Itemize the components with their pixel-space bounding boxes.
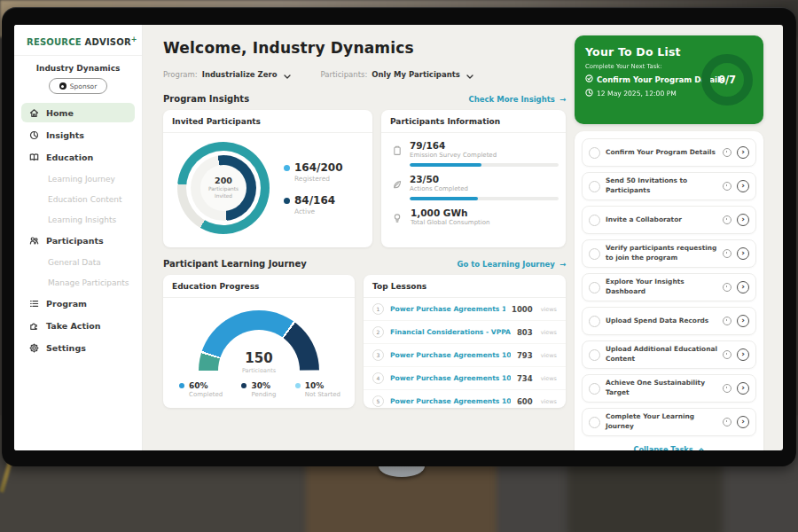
completed-dot: [179, 383, 184, 388]
program-filter-dropdown[interactable]: Program: Industrialize Zero: [163, 66, 291, 82]
clock-icon: [585, 89, 593, 98]
registered-dot: [284, 165, 290, 171]
lesson-rank: 3: [372, 349, 384, 361]
arrow-right-icon: →: [559, 260, 566, 269]
lesson-rank: 5: [372, 395, 384, 407]
legend-item-completed: 60% Completed: [179, 381, 223, 398]
sidebar-item-take-action[interactable]: Take Action: [21, 316, 135, 335]
invited-donut-chart: 200 Participants Invited: [177, 142, 270, 234]
todo-due-date: 12 May 2025, 12:00 PM: [597, 90, 677, 98]
clock-icon: [723, 148, 732, 157]
go-to-learning-journey-link[interactable]: Go to Learning Journey →: [457, 260, 566, 269]
pending-dot: [241, 383, 246, 388]
program-insights-heading: Program Insights: [163, 94, 249, 104]
clock-icon: [723, 249, 732, 258]
task-row-confirm-program[interactable]: Confirm Your Program Details ›: [582, 138, 756, 167]
sidebar-item-program[interactable]: Program: [21, 293, 135, 313]
task-row-achieve-target[interactable]: Achieve One Sustainability Target ›: [582, 374, 756, 403]
program-insights-section-header: Program Insights Check More Insights →: [163, 94, 566, 104]
invited-legend: 164/200 Registered 84/164 Active: [284, 161, 342, 215]
task-checkbox[interactable]: [589, 316, 600, 327]
todo-progress-value: 0/7: [718, 74, 736, 86]
task-row-complete-learning-journey[interactable]: Complete Your Learning Journey ›: [582, 408, 756, 436]
education-icon: [28, 153, 39, 162]
lesson-link[interactable]: Power Purchase Agreements 103: [390, 397, 511, 405]
task-row-send-invitations[interactable]: Send 50 Invitations to Participants ›: [582, 172, 756, 200]
lesson-link[interactable]: Financial Considerations - VPPAs: [390, 328, 511, 336]
chevron-right-icon[interactable]: ›: [737, 146, 749, 159]
survey-icon: [392, 140, 403, 167]
participants-information-title: Participants Information: [381, 110, 566, 133]
task-checkbox[interactable]: [589, 282, 600, 293]
active-dot: [284, 198, 290, 204]
sidebar-item-general-data[interactable]: General Data: [21, 253, 135, 271]
sidebar-item-education[interactable]: Education: [21, 147, 135, 167]
todo-task-list: Confirm Your Program Details › Send 50 I…: [575, 131, 763, 450]
lesson-row: 1 Power Purchase Agreements 101 1000 vie…: [364, 298, 566, 321]
participants-filter-dropdown[interactable]: Participants: Only My Participants: [321, 66, 473, 82]
task-checkbox[interactable]: [589, 383, 600, 395]
chevron-down-icon: [466, 66, 473, 82]
sidebar-item-settings[interactable]: Settings: [21, 338, 135, 357]
chevron-right-icon[interactable]: ›: [737, 416, 749, 428]
chevron-right-icon[interactable]: ›: [737, 214, 749, 226]
donut-center-value: 200: [215, 176, 232, 185]
task-row-verify-participants[interactable]: Verify participants requesting to join t…: [582, 239, 756, 268]
consumption-bulb-icon: [392, 207, 403, 227]
chevron-right-icon[interactable]: ›: [737, 382, 749, 395]
logo-plus: +: [131, 35, 137, 43]
task-checkbox[interactable]: [589, 349, 600, 361]
chevron-right-icon[interactable]: ›: [737, 281, 749, 293]
sidebar-item-participants[interactable]: Participants: [21, 231, 135, 250]
emission-progress-bar: [410, 163, 559, 167]
app-logo[interactable]: RESOURCE ADVISOR+: [14, 25, 142, 56]
task-checkbox[interactable]: [589, 181, 600, 192]
todo-panel: Your To Do List Complete Your Next Task:…: [575, 25, 763, 450]
stat-actions-completed: 23/50 Actions Completed: [381, 167, 566, 200]
sidebar-item-insights[interactable]: Insights: [21, 125, 135, 145]
task-row-upload-spend-data[interactable]: Upload Spend Data Records ›: [582, 307, 756, 335]
task-checkbox[interactable]: [589, 147, 600, 159]
collapse-label: Collapse Tasks: [633, 445, 692, 450]
legend-item-not-started: 10% Not Started: [295, 381, 340, 398]
collapse-tasks-link[interactable]: Collapse Tasks: [582, 442, 756, 450]
check-more-insights-link[interactable]: Check More Insights →: [469, 95, 567, 104]
not-started-dot: [295, 383, 301, 388]
sidebar-item-home[interactable]: Home: [21, 103, 135, 122]
task-checkbox[interactable]: [589, 417, 600, 428]
sidebar: RESOURCE ADVISOR+ Industry Dynamics Spon…: [14, 25, 143, 450]
sidebar-item-education-content[interactable]: Education Content: [21, 190, 135, 208]
sponsor-badge[interactable]: Sponsor: [49, 78, 107, 94]
lesson-link[interactable]: Power Purchase Agreements 102: [390, 374, 511, 382]
logo-text-primary: RESOURCE: [27, 37, 82, 47]
gauge-center-label: Participants: [197, 367, 321, 372]
chevron-right-icon[interactable]: ›: [737, 247, 749, 260]
task-row-explore-insights[interactable]: Explore Your Insights Dashboard ›: [582, 273, 756, 301]
chevron-right-icon[interactable]: ›: [737, 348, 749, 361]
account-name: Industry Dynamics: [14, 64, 142, 73]
invited-participants-title: Invited Participants: [163, 110, 372, 133]
sidebar-item-label: Learning Insights: [48, 215, 116, 224]
sidebar-item-learning-journey[interactable]: Learning Journey: [21, 169, 135, 188]
learning-journey-cards: Education Progress 150 Participants 60% …: [163, 275, 566, 408]
education-progress-title: Education Progress: [163, 275, 355, 298]
page-title: Welcome, Industry Dynamics: [163, 39, 566, 57]
task-checkbox[interactable]: [589, 248, 600, 260]
education-progress-card: Education Progress 150 Participants 60% …: [163, 275, 355, 408]
lesson-link[interactable]: Power Purchase Agreements 101: [390, 305, 505, 313]
take-action-icon: [28, 321, 39, 331]
chevron-right-icon[interactable]: ›: [737, 315, 749, 327]
filters-row: Program: Industrialize Zero Participants…: [163, 66, 566, 82]
sidebar-item-label: Education: [46, 153, 93, 162]
chevron-up-icon: [698, 445, 705, 450]
sidebar-nav: Home Insights Education Learning Journey…: [14, 103, 142, 357]
task-checkbox[interactable]: [589, 215, 600, 226]
chevron-right-icon[interactable]: ›: [737, 180, 749, 192]
lesson-link[interactable]: Power Purchase Agreements 101: [390, 351, 511, 359]
program-filter-label: Program:: [163, 70, 198, 79]
legend-item-active: 84/164 Active: [284, 194, 342, 215]
sidebar-item-manage-participants[interactable]: Manage Participants: [21, 273, 135, 292]
task-row-invite-collaborator[interactable]: Invite a Collaborator ›: [582, 206, 756, 234]
sidebar-item-learning-insights[interactable]: Learning Insights: [21, 210, 135, 229]
task-row-upload-educational-content[interactable]: Upload Additional Educational Content ›: [582, 340, 756, 369]
